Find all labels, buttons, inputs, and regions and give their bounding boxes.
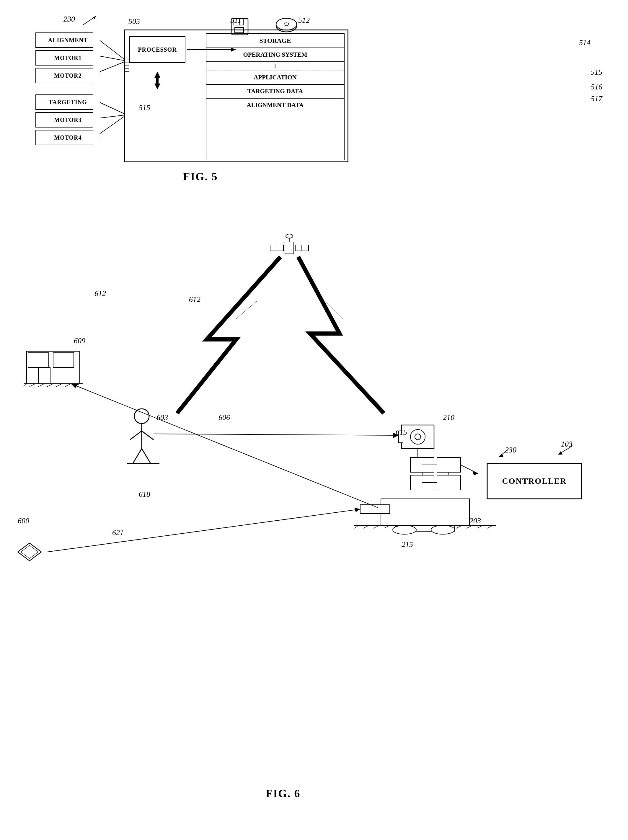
svg-rect-86 [360, 505, 390, 513]
svg-line-67 [460, 465, 478, 474]
svg-line-33 [74, 384, 80, 387]
ref-515b: 515 [139, 103, 150, 112]
svg-line-24 [100, 115, 124, 118]
ref-230: 230 [63, 15, 75, 24]
svg-marker-93 [354, 508, 360, 512]
svg-line-73 [373, 525, 380, 528]
svg-rect-60 [410, 475, 434, 490]
ref-606: 606 [218, 413, 230, 422]
svg-line-90 [71, 384, 378, 508]
svg-rect-61 [437, 475, 460, 490]
ref-515-label: 515 [591, 68, 602, 77]
ref-103: 103 [561, 440, 573, 448]
computer-box: PROCESSOR STORAGE OPERATING SYSTEM i [124, 30, 348, 162]
ref-609: 609 [74, 336, 85, 345]
svg-rect-38 [285, 242, 294, 254]
svg-line-84 [487, 525, 493, 528]
svg-rect-85 [381, 499, 470, 525]
svg-line-81 [456, 525, 462, 528]
ref-512: 512 [298, 16, 310, 25]
badge-motor1: MOTOR1 [35, 50, 100, 66]
ref-621: 621 [112, 528, 124, 537]
svg-line-49 [133, 448, 142, 463]
targeting-data-label: TARGETING DATA [206, 85, 344, 99]
svg-line-79 [435, 525, 441, 528]
fig5-diagram: 230 505 511 512 PROCESSOR [18, 12, 608, 183]
application-label: APPLICATION [206, 71, 344, 85]
svg-line-80 [446, 525, 452, 528]
svg-line-32 [65, 384, 71, 387]
svg-line-77 [415, 525, 421, 528]
badge-motor3: MOTOR3 [35, 112, 100, 128]
svg-line-50 [142, 448, 150, 463]
svg-line-20 [100, 40, 124, 59]
svg-line-78 [425, 525, 431, 528]
svg-line-75 [394, 525, 400, 528]
svg-line-82 [467, 525, 472, 528]
ref-505: 505 [128, 17, 140, 26]
svg-line-25 [100, 117, 124, 134]
svg-marker-1 [93, 16, 96, 19]
badge-alignment: ALIGNMENT [35, 32, 100, 48]
svg-point-53 [410, 429, 425, 444]
ref-612a: 612 [95, 289, 106, 298]
svg-line-83 [477, 525, 483, 528]
badge-motor4: MOTOR4 [35, 130, 100, 145]
svg-line-23 [100, 103, 124, 114]
svg-rect-34 [27, 351, 80, 384]
svg-rect-37 [38, 368, 50, 384]
svg-line-47 [130, 431, 142, 440]
alignment-data-label: ALIGNMENT DATA [206, 99, 344, 112]
ref-600: 600 [18, 516, 29, 525]
svg-point-54 [415, 434, 421, 440]
svg-marker-95 [21, 545, 38, 559]
svg-rect-58 [410, 458, 434, 472]
controller-label: CONTROLLER [502, 476, 566, 486]
badge-targeting: TARGETING [35, 95, 100, 110]
svg-line-74 [384, 525, 390, 528]
svg-marker-101 [499, 453, 503, 457]
svg-marker-99 [558, 451, 562, 455]
ref-615: 615 [395, 428, 407, 437]
horiz-arrow [187, 45, 240, 54]
svg-point-88 [393, 525, 416, 534]
svg-line-31 [56, 384, 62, 387]
svg-line-29 [38, 384, 44, 387]
svg-line-96 [236, 301, 257, 319]
ref-516-label: 516 [591, 83, 602, 92]
ref-230-arrow [83, 15, 100, 27]
svg-rect-35 [28, 353, 49, 368]
svg-line-21 [100, 56, 124, 60]
ref-215: 215 [402, 540, 413, 549]
svg-rect-87 [395, 525, 455, 531]
ref-612b: 612 [189, 295, 201, 304]
divider-i: i [206, 62, 344, 71]
controller-box: CONTROLLER [487, 463, 582, 499]
ref-511: 511 [230, 16, 241, 25]
ref-230-fig6: 230 [505, 446, 516, 455]
ref-603: 603 [157, 413, 168, 422]
left-badges-group1: ALIGNMENT MOTOR1 MOTOR2 [35, 32, 100, 85]
ref-618: 618 [139, 490, 150, 499]
left-badges-group2: TARGETING MOTOR3 MOTOR4 [35, 95, 100, 145]
badge-motor2: MOTOR2 [35, 68, 100, 83]
fig6-caption: FIG. 6 [266, 787, 301, 800]
svg-point-7 [276, 18, 297, 30]
svg-marker-14 [231, 47, 236, 52]
svg-rect-59 [437, 458, 460, 472]
svg-line-71 [354, 525, 359, 528]
svg-line-56 [153, 434, 399, 435]
svg-line-48 [142, 431, 153, 440]
svg-marker-68 [472, 471, 478, 475]
ref-514: 514 [579, 38, 590, 47]
fig5-caption: FIG. 5 [183, 170, 218, 183]
svg-point-44 [286, 234, 293, 238]
svg-rect-41 [295, 245, 308, 251]
svg-point-45 [134, 409, 149, 423]
svg-line-30 [47, 384, 53, 387]
ref-203: 203 [470, 516, 481, 525]
bus-lines [125, 30, 190, 163]
ref-517-label: 517 [591, 95, 602, 103]
ref-210: 210 [443, 413, 454, 422]
svg-rect-39 [270, 245, 283, 251]
